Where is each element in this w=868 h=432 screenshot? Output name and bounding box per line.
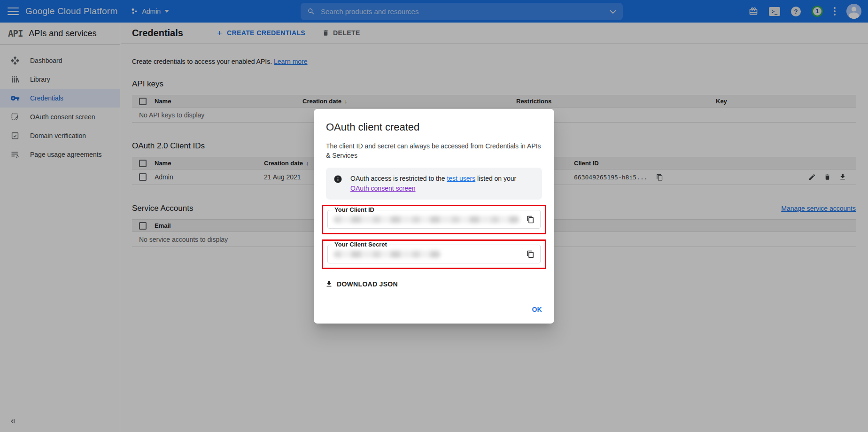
dialog-description: The client ID and secret can always be a… bbox=[326, 141, 542, 160]
client-id-field[interactable]: Your Client ID bbox=[327, 210, 541, 229]
client-secret-highlight-box: Your Client Secret bbox=[322, 239, 546, 269]
oauth-consent-screen-link[interactable]: OAuth consent screen bbox=[350, 185, 416, 192]
client-secret-label: Your Client Secret bbox=[332, 241, 389, 248]
client-secret-redacted-value bbox=[333, 251, 441, 258]
restricted-access-infobox: OAuth access is restricted to the test u… bbox=[326, 168, 542, 200]
test-users-link[interactable]: test users bbox=[447, 175, 475, 182]
client-id-redacted-value bbox=[333, 216, 519, 223]
info-icon bbox=[333, 175, 342, 184]
dialog-title: OAuth client created bbox=[314, 109, 554, 133]
copy-client-id-icon[interactable] bbox=[527, 215, 535, 224]
client-secret-field[interactable]: Your Client Secret bbox=[327, 245, 541, 263]
infobox-text: OAuth access is restricted to the test u… bbox=[350, 174, 535, 193]
ok-button[interactable]: OK bbox=[532, 306, 542, 313]
oauth-client-created-dialog: OAuth client created The client ID and s… bbox=[314, 109, 554, 324]
copy-client-secret-icon[interactable] bbox=[527, 250, 535, 259]
client-id-highlight-box: Your Client ID bbox=[322, 205, 546, 234]
client-id-label: Your Client ID bbox=[332, 206, 377, 213]
download-json-button[interactable]: DOWNLOAD JSON bbox=[325, 280, 398, 288]
download-icon bbox=[325, 280, 333, 288]
